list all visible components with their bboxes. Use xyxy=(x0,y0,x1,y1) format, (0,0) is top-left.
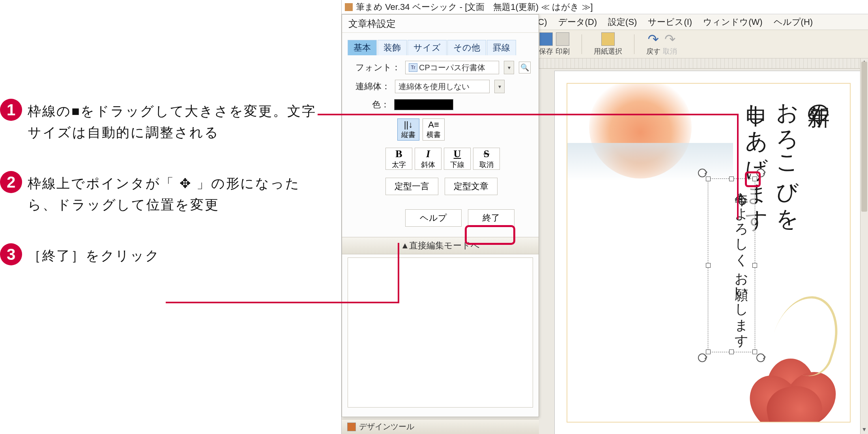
color-swatch[interactable] xyxy=(394,99,453,110)
step-2-number: 2 xyxy=(0,171,22,193)
redo-icon: ↷ xyxy=(664,32,675,46)
resize-handle-ml[interactable] xyxy=(706,263,711,268)
rotate-handle-bl-icon[interactable] xyxy=(698,353,707,362)
renmen-label: 連綿体： xyxy=(355,81,390,92)
magnifier-icon: 🔍 xyxy=(520,63,529,72)
tab-border[interactable]: 罫線 xyxy=(487,40,516,55)
italic-icon: I xyxy=(426,148,430,160)
step-1-number: 1 xyxy=(0,99,22,121)
font-label: フォント： xyxy=(355,62,400,73)
greeting-line: 新年の xyxy=(806,88,831,116)
underline-button[interactable]: U 下線 xyxy=(444,148,471,170)
rotate-handle-tr-icon[interactable] xyxy=(756,169,765,177)
tab-other[interactable]: その他 xyxy=(447,40,486,55)
resize-handle-tr[interactable] xyxy=(752,177,757,181)
strike-icon: S xyxy=(484,148,489,160)
tab-decoration[interactable]: 装飾 xyxy=(378,40,407,55)
paper-icon xyxy=(601,32,615,46)
menu-item[interactable]: ヘルプ(H) xyxy=(774,16,813,28)
redo-button[interactable]: ↷ 取消 xyxy=(663,32,677,56)
step-1: 1 枠線の■をドラッグして大きさを変更。文字サイズは自動的に調整される xyxy=(0,99,320,143)
window-title: 筆まめ Ver.34 ベーシック - [文面 無題1(更新) ≪ はがき ≫] xyxy=(356,1,593,13)
color-label: 色： xyxy=(355,99,389,111)
printer-icon xyxy=(556,32,569,46)
save-icon xyxy=(539,32,553,46)
dialog-preview-area xyxy=(348,257,533,408)
step-3-number: 3 xyxy=(0,243,22,265)
scroll-thumb[interactable] xyxy=(861,62,867,212)
color-row: 色： xyxy=(342,93,539,111)
step-2: 2 枠線上でポインタが「 ✥ 」の形になったら、ドラッグして位置を変更 xyxy=(0,171,320,216)
palette-icon xyxy=(347,423,356,431)
instruction-panel: 1 枠線の■をドラッグして大きさを変更。文字サイズは自動的に調整される 2 枠線… xyxy=(0,99,320,294)
bold-label: 太字 xyxy=(392,160,406,169)
help-button[interactable]: ヘルプ xyxy=(405,209,462,227)
renmen-dropdown-arrow[interactable]: ▾ xyxy=(494,80,505,93)
menu-item[interactable]: 設定(S) xyxy=(608,16,637,28)
font-search-button[interactable]: 🔍 xyxy=(519,62,531,73)
vertical-icon: ||↓ xyxy=(404,120,413,130)
paper-select-button[interactable]: 用紙選択 xyxy=(594,32,622,56)
horizontal-writing-button[interactable]: A≡ 横書 xyxy=(423,118,445,141)
step-3-text: ［終了］をクリック xyxy=(28,243,160,266)
renmen-row: 連綿体： 連綿体を使用しない ▾ xyxy=(342,74,539,93)
print-label: 印刷 xyxy=(556,47,570,56)
resize-handle-bl[interactable] xyxy=(706,349,711,354)
resize-handle-tl[interactable] xyxy=(706,177,711,181)
vertical-scrollbar[interactable]: ▲ ▼ xyxy=(860,58,868,434)
print-button[interactable]: 印刷 xyxy=(556,32,570,56)
tab-basic[interactable]: 基本 xyxy=(348,40,377,55)
horizontal-label: 横書 xyxy=(427,130,441,139)
selected-text-frame[interactable]: 今年もよろしく お願いします xyxy=(708,178,755,352)
resize-handle-tm[interactable] xyxy=(729,177,734,181)
scroll-down-icon[interactable]: ▼ xyxy=(861,426,868,434)
vertical-writing-button[interactable]: ||↓ 縦書 xyxy=(397,118,419,141)
toolbar-separator xyxy=(634,34,634,54)
direct-edit-mode-bar[interactable]: ▲直接編集モードへ xyxy=(342,237,539,254)
menu-bar[interactable]: (C) データ(D) 設定(S) サービス(I) ウィンドウ(W) ヘルプ(H) xyxy=(531,14,868,30)
text-direction-group: ||↓ 縦書 A≡ 横書 xyxy=(342,111,539,141)
menu-item[interactable]: サービス(I) xyxy=(648,16,692,28)
bold-button[interactable]: B 太字 xyxy=(385,148,412,170)
paper-select-label: 用紙選択 xyxy=(594,47,622,56)
truetype-icon: Tr xyxy=(409,63,417,72)
fixed-phrase-text-button[interactable]: 定型文章 xyxy=(445,178,498,195)
main-toolbar: 保存 印刷 用紙選択 ↶ 戻す ↷ 取消 xyxy=(531,30,868,58)
toolbar-separator xyxy=(582,34,582,54)
finish-button[interactable]: 終了 xyxy=(468,209,514,227)
horizontal-ruler xyxy=(531,58,868,69)
main-greeting-text: 新年の おろこびを 申しあげます xyxy=(741,88,834,221)
document-canvas[interactable]: 新年の おろこびを 申しあげます 今年もよろしく お願いします xyxy=(555,71,862,434)
resize-handle-bm[interactable] xyxy=(729,349,734,354)
text-frame-line: お願いします xyxy=(734,263,748,340)
dialog-tabs: 基本 装飾 サイズ その他 罫線 xyxy=(342,33,539,55)
text-style-group: B 太字 I 斜体 U 下線 S 取消 xyxy=(342,141,539,170)
undo-label: 戻す xyxy=(646,47,660,56)
postcard-design: 新年の おろこびを 申しあげます 今年もよろしく お願いします xyxy=(567,83,851,423)
strikethrough-button[interactable]: S 取消 xyxy=(473,148,500,170)
phrase-buttons-group: 定型一言 定型文章 xyxy=(342,170,539,195)
menu-item[interactable]: ウィンドウ(W) xyxy=(703,16,762,28)
undo-button[interactable]: ↶ 戻す xyxy=(646,32,660,56)
dialog-title: 文章枠設定 xyxy=(342,15,539,33)
tab-size[interactable]: サイズ xyxy=(408,40,447,55)
app-icon xyxy=(345,3,353,11)
italic-button[interactable]: I 斜体 xyxy=(415,148,441,170)
step-2-text: 枠線上でポインタが「 ✥ 」の形になったら、ドラッグして位置を変更 xyxy=(28,171,320,216)
font-combo[interactable]: Tr CPコーパス行書体 xyxy=(405,61,499,74)
step-1-text: 枠線の■をドラッグして大きさを変更。文字サイズは自動的に調整される xyxy=(28,99,320,143)
font-dropdown-arrow[interactable]: ▾ xyxy=(504,61,514,74)
renmen-combo[interactable]: 連綿体を使用しない xyxy=(395,80,490,93)
design-tool-tab[interactable]: デザインツール xyxy=(342,419,539,434)
menu-item[interactable]: データ(D) xyxy=(558,16,597,28)
save-label: 保存 xyxy=(539,47,553,56)
font-value: CPコーパス行書体 xyxy=(419,62,485,73)
fixed-phrase-one-button[interactable]: 定型一言 xyxy=(385,178,438,195)
save-button[interactable]: 保存 xyxy=(539,32,553,56)
resize-handle-mr[interactable] xyxy=(752,263,757,268)
rotate-handle-tl-icon[interactable] xyxy=(698,169,707,177)
italic-label: 斜体 xyxy=(421,160,435,169)
application-window: 筆まめ Ver.34 ベーシック - [文面 無題1(更新) ≪ はがき ≫] … xyxy=(341,0,868,434)
step-3: 3 ［終了］をクリック xyxy=(0,243,320,266)
text-frame-line: 今年もよろしく xyxy=(734,183,748,260)
